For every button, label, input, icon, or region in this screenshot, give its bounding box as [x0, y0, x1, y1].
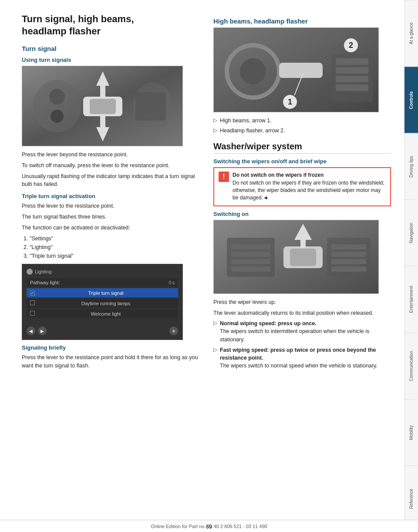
ls-header: Lighting [27, 269, 178, 275]
ls-daytime-label: Daytime running lamps [81, 301, 131, 306]
svg-rect-33 [231, 252, 270, 257]
signaling-heading: Signaling briefly [22, 344, 200, 351]
svg-rect-39 [331, 259, 366, 264]
warning-box: ! Do not switch on the wipers if frozen … [213, 167, 391, 206]
svg-rect-2 [90, 99, 116, 114]
warning-icon: ! [219, 172, 229, 182]
turn-signal-image [22, 66, 183, 146]
sidebar: At a glance Controls Driving tips Naviga… [404, 0, 418, 532]
wiper-bullet-arrow-1: ▷ [213, 320, 217, 326]
svg-rect-22 [336, 58, 368, 65]
sidebar-item-navigation[interactable]: Navigation [405, 199, 418, 266]
list-item-2: "Lighting" [30, 243, 200, 252]
sidebar-item-entertainment[interactable]: Entertainment [405, 266, 418, 333]
ls-nav-controls: ◀ ▶ [27, 327, 47, 335]
wiper-bullet-1: ▷ Normal wiping speed: press up once. Th… [213, 320, 391, 343]
title-line2: headlamp flasher [22, 26, 101, 37]
sidebar-item-communication[interactable]: Communication [405, 333, 418, 399]
svg-rect-28 [290, 249, 316, 266]
svg-rect-38 [331, 252, 366, 257]
list-item-1: "Settings" [30, 234, 200, 243]
wiper-svg [214, 220, 379, 294]
ls-row-pathway: Pathway light: 0 s [27, 278, 178, 287]
turn-signal-heading: Turn signal [22, 45, 200, 52]
hb-heading: High beams, headlamp flasher [213, 17, 391, 25]
switching-on-heading: Switching on [213, 211, 391, 217]
svg-rect-23 [336, 67, 368, 74]
sidebar-item-controls[interactable]: Controls [405, 67, 418, 133]
wiper-bullet1-bold: Normal wiping speed: press up once. [220, 320, 317, 327]
svg-rect-4 [100, 85, 105, 98]
high-beams-image: 1 2 [213, 27, 379, 112]
daytime-checkbox [30, 300, 35, 305]
sidebar-item-mobility[interactable]: Mobility [405, 399, 418, 466]
svg-rect-15 [279, 63, 323, 78]
svg-rect-40 [331, 266, 366, 272]
ls-right-btn[interactable]: ▶ [38, 327, 47, 335]
bullet-arrow-2: ▷ [213, 127, 217, 133]
svg-rect-34 [231, 259, 270, 264]
svg-point-14 [240, 58, 266, 84]
sidebar-item-driving-tips[interactable]: Driving tips [405, 133, 418, 200]
warning-body: Do not switch on the wipers if they are … [233, 180, 384, 201]
para1: Press the lever beyond the resistance po… [22, 151, 200, 159]
triple-para1: Press the lever to the resistance point. [22, 202, 200, 210]
svg-point-7 [33, 80, 81, 132]
svg-rect-32 [231, 244, 270, 249]
right-column: High beams, headlamp flasher [213, 13, 391, 519]
wiper-para2: The lever automatically returns to its i… [213, 309, 391, 317]
para3: Unusually rapid flashing of the indicato… [22, 172, 200, 189]
gear-icon [27, 269, 33, 275]
triple-para2: The turn signal flashes three times. [22, 213, 200, 221]
svg-point-8 [49, 89, 65, 104]
warning-content: Do not switch on the wipers if frozen Do… [233, 172, 386, 202]
ls-pathway-label: Pathway light: [30, 280, 60, 285]
ls-daytime-check-icon [30, 300, 37, 306]
ls-left-btn[interactable]: ◀ [27, 327, 35, 335]
svg-text:2: 2 [349, 41, 353, 50]
hb-bullet2-text: Headlamp flasher, arrow 2. [220, 127, 285, 135]
left-column: Turn signal, high beams, headlamp flashe… [22, 13, 200, 519]
list-text-2: "Lighting" [30, 244, 53, 250]
page-title: Turn signal, high beams, headlamp flashe… [22, 13, 200, 37]
svg-rect-30 [300, 239, 306, 248]
turn-signal-svg [22, 66, 183, 146]
page-number: 69 [206, 523, 212, 530]
ls-row-triple: ✓ Triple turn signal [27, 288, 178, 297]
svg-rect-6 [100, 114, 105, 128]
wiper-bullet-arrow-2: ▷ [213, 347, 217, 353]
triple-para3: The function can be activated or deactiv… [22, 224, 200, 232]
ls-title: Lighting [35, 269, 52, 274]
svg-rect-35 [231, 266, 270, 272]
svg-rect-25 [336, 84, 368, 91]
svg-point-9 [51, 110, 64, 123]
svg-rect-37 [331, 244, 366, 249]
title-line1: Turn signal, high beams, [22, 13, 134, 24]
list-item-3: "Triple turn signal" [30, 252, 200, 260]
bullet-arrow-1: ▷ [213, 117, 217, 123]
wiper-para1: Press the wiper levers up. [213, 298, 391, 306]
ls-triple-check-icon: ✓ [30, 290, 37, 296]
signaling-para: Press the lever to the resistance point … [22, 354, 200, 370]
wiper-bullet1-text: The wipers switch to intermittent operat… [220, 328, 369, 342]
ls-row-daytime: Daytime running lamps [27, 299, 178, 308]
triple-heading: Triple turn signal activation [22, 193, 200, 199]
ls-triple-label: Triple turn signal [88, 290, 124, 296]
numbered-list: "Settings" "Lighting" "Triple turn signa… [30, 234, 200, 260]
wiper-bullet-2: ▷ Fast wiping speed: press up twice or p… [213, 346, 391, 370]
wiper-bullet-2-content: Fast wiping speed: press up twice or pre… [220, 346, 391, 370]
warning-title: Do not switch on the wipers if frozen [233, 172, 324, 178]
ls-plus-btn[interactable]: + [169, 327, 178, 335]
ls-welcome-check-icon [30, 311, 37, 317]
svg-rect-24 [336, 76, 368, 82]
sidebar-item-at-a-glance[interactable]: At a glance [405, 0, 418, 67]
para2: To switch off manually, press the lever … [22, 162, 200, 170]
high-beams-svg: 1 2 [214, 28, 379, 112]
washer-heading: Washer/wiper system [213, 141, 391, 154]
ls-pathway-val: 0 s [169, 280, 175, 285]
lighting-settings-ui: Lighting Pathway light: 0 s ✓ Triple tur… [22, 264, 183, 340]
hb-bullet-2: ▷ Headlamp flasher, arrow 2. [213, 127, 391, 135]
switching-heading: Switching the wipers on/off and brief wi… [213, 158, 391, 165]
welcome-checkbox [30, 311, 35, 316]
wiper-bullet-1-content: Normal wiping speed: press up once. The … [220, 320, 391, 343]
